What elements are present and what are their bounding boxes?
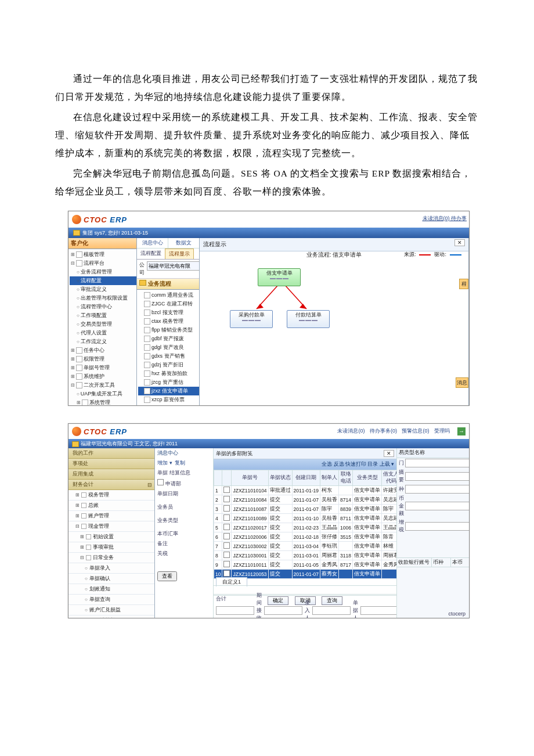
grid-header-cell[interactable] — [214, 470, 222, 486]
flow-tab-label[interactable]: 流程显示 — [203, 240, 226, 249]
filter-input[interactable] — [405, 502, 469, 510]
close-icon[interactable]: ✕ — [454, 239, 465, 246]
flow-list-item[interactable]: gdbf 资产报废 — [138, 334, 199, 343]
table-row[interactable]: 1JZXZ11010104审批通过2011-01-19柯东借支申请单许建安产线 — [214, 486, 397, 495]
flow-list-item[interactable]: gdxs 资产销售 — [138, 352, 199, 361]
top-links[interactable]: 未读消息(0) 待办事 — [423, 215, 467, 222]
table-row[interactable]: 2JZXZ11010084提交2011-01-07吴桂香8714借支申请单吴志建… — [214, 495, 397, 505]
tree-item[interactable]: ○出差管理与权限设置 — [70, 294, 136, 303]
nav-item[interactable]: ⊞账户管理 — [68, 511, 154, 521]
table-row[interactable]: 9JZXZ11010011提交2011-01-05金秀凤8717借支申请单金秀凤… — [214, 560, 397, 570]
nav-item[interactable]: ○单据确认 — [68, 574, 154, 584]
nav-item[interactable]: ⊟日常业务 — [68, 553, 154, 563]
foot-input-1[interactable] — [216, 606, 254, 615]
panel-header-customization[interactable]: 客户化 — [68, 238, 136, 249]
nav-item[interactable]: ○划账通知 — [68, 584, 154, 595]
tab-msg-center[interactable]: 消息中心 — [155, 448, 213, 458]
grid-header-cell[interactable] — [222, 470, 232, 486]
tree-item[interactable]: ○流程配置 — [70, 276, 136, 285]
tree-item[interactable]: ○代理人设置 — [70, 329, 136, 337]
nav-section-header[interactable]: 我的工作 — [68, 448, 154, 459]
add-dropdown[interactable]: 增加 ▾ — [157, 459, 172, 467]
tree-item[interactable]: ⊟二次开发工具 — [70, 381, 136, 390]
table-row[interactable]: 7JZXZ11030002提交2011-03-04李钰琪借支申请单林维产线 — [214, 542, 397, 551]
foot-input-4[interactable] — [360, 606, 396, 615]
tree-item[interactable]: ○业务流程管理 — [70, 268, 136, 276]
tree-item[interactable]: ⊟流程平台 — [70, 259, 136, 268]
arrow-right-icon[interactable]: → — [457, 427, 466, 435]
nav-item[interactable]: ⊞初始设置 — [68, 532, 154, 542]
tree-item[interactable]: ⊞模板管理 — [70, 250, 136, 259]
flow-list-item[interactable]: jzcg 资产重估 — [138, 378, 199, 387]
side-badge-1[interactable]: 程 — [459, 279, 468, 289]
flow-list-item[interactable]: ZJGC 在建工程转 — [138, 300, 199, 308]
nav-item[interactable]: ⊞事项审批 — [68, 542, 154, 553]
tab-flow-config[interactable]: 流程配置 — [137, 249, 165, 259]
tab-flow-display[interactable]: 流程显示 — [165, 249, 194, 259]
tab-data[interactable]: 数据文 — [168, 238, 199, 248]
tree-item[interactable]: ⊞任务中心 — [70, 346, 136, 355]
bizflow-header[interactable]: 业务流程 — [137, 279, 199, 290]
grid-header-cell[interactable]: 业务类型 — [353, 470, 382, 486]
flow-node-caigou[interactable]: 采购付款单 — [230, 310, 273, 328]
query-button[interactable]: 查看 — [157, 571, 177, 581]
table-row[interactable]: 6JZXZ11020006提交2011-02-18张仔修3515借支申请单陈青产… — [214, 532, 397, 542]
flow-list-item[interactable]: jzxz 借支申请单 — [138, 387, 199, 395]
search-button[interactable]: 查询 — [322, 596, 342, 605]
flow-list-item[interactable]: comm 通用业务流 — [138, 291, 199, 300]
grid-header-cell[interactable]: 单据状态 — [268, 470, 292, 486]
nav-section-header[interactable]: 应用集成 — [68, 469, 154, 480]
nav-item[interactable]: ○单据录入 — [68, 563, 154, 574]
data-grid[interactable]: 单据号单据状态创建日期制单人联络电话业务类型借支人代码1JZXZ11010104… — [214, 470, 396, 579]
ok-button[interactable]: 确定 — [268, 596, 288, 605]
nav-item[interactable]: ⊟现金管理 — [68, 521, 154, 532]
tree-item[interactable]: ○工作项配置 — [70, 311, 136, 320]
tree-item[interactable]: ⊞系统管理 — [70, 398, 136, 405]
flow-node-jiezhi[interactable]: 借支申请单 — [258, 268, 301, 286]
flow-list-item[interactable]: xznz 年终奖计提 — [138, 404, 199, 405]
checkbox-shenqing[interactable] — [157, 479, 164, 485]
tree-item[interactable]: ○审批流定义 — [70, 285, 136, 294]
flow-list-item[interactable]: xzcp 薪资传票 — [138, 395, 199, 404]
flow-list-item[interactable]: gdzj 资产折旧 — [138, 361, 199, 369]
grid-header-cell[interactable]: 单据号 — [232, 470, 268, 486]
grid-header-cell[interactable]: 借支人代码 — [382, 470, 397, 486]
flow-list-item[interactable]: flpp 辅销业务类型 — [138, 326, 199, 334]
tree-item[interactable]: ○流程管理中心 — [70, 303, 136, 311]
nav-item[interactable]: ⊞总账 — [68, 501, 154, 511]
flow-list-item[interactable]: ctax 税务管理 — [138, 317, 199, 326]
table-row[interactable]: 3JZXZ11010087提交2011-01-07陈宇8839借支申请单陈宇人事 — [214, 505, 397, 514]
grid-tab-title[interactable]: 单据的多部附笺 — [216, 450, 252, 458]
tree-item[interactable]: ⊞权限管理 — [70, 355, 136, 363]
flow-node-fukuan[interactable]: 付款结算单 — [287, 310, 330, 328]
table-row[interactable]: 4JZXZ11010089提交2011-01-10吴桂香8711借支申请单吴志建… — [214, 514, 397, 523]
grid-header-cell[interactable]: 创建日期 — [292, 470, 320, 486]
tree-item[interactable]: ○交易类型管理 — [70, 320, 136, 329]
foot-input-3[interactable] — [312, 606, 351, 615]
side-badge-2[interactable]: 消息 — [456, 377, 468, 388]
foot-input-2[interactable] — [264, 606, 302, 615]
filter-input[interactable] — [405, 485, 469, 494]
nav-item[interactable]: ○单据查询 — [68, 595, 154, 605]
nav-section-header[interactable]: 财务会计⊟ — [68, 480, 154, 490]
tree-item[interactable]: ⊞单据号管理 — [70, 363, 136, 372]
nav-section-header[interactable]: 事项处 — [68, 459, 154, 469]
table-row[interactable]: 8JZXZ11030001提交2011-03-01周丽君3118借支申请单周丽君… — [214, 551, 397, 560]
filter-input[interactable] — [405, 459, 469, 467]
nav-item[interactable]: ○账户汇兑损益 — [68, 605, 154, 615]
flow-list-item[interactable]: bzcl 报支管理 — [138, 308, 199, 317]
company-input[interactable] — [147, 261, 200, 271]
close-icon[interactable]: ✕ — [384, 450, 394, 457]
grid-header-cell[interactable]: 制单人 — [320, 470, 339, 486]
nav-item[interactable]: ○收款结算单 — [68, 615, 154, 618]
grid-toolbar[interactable]: 全选 反选 快速打印 目录 上载 ▾ — [214, 459, 396, 470]
top-links[interactable]: 未读消息(0) 待办事务(0) 预警信息(0) 受理吗 — [335, 427, 452, 435]
flow-list-item[interactable]: hxz 募资加拍款 — [138, 369, 199, 378]
filter-input[interactable] — [405, 522, 469, 531]
tab-msg-center[interactable]: 消息中心 — [137, 238, 168, 248]
tree-item[interactable]: ⊞系统维护 — [70, 372, 136, 381]
tree-item[interactable]: ○UAP集成开发工具 — [70, 390, 136, 398]
table-row[interactable]: 5JZXZ11020017提交2011-02-23王晶晶1006借支申请单王晶晶… — [214, 523, 397, 532]
filter-input[interactable] — [405, 472, 469, 481]
tree-item[interactable]: ○工作流定义 — [70, 337, 136, 346]
